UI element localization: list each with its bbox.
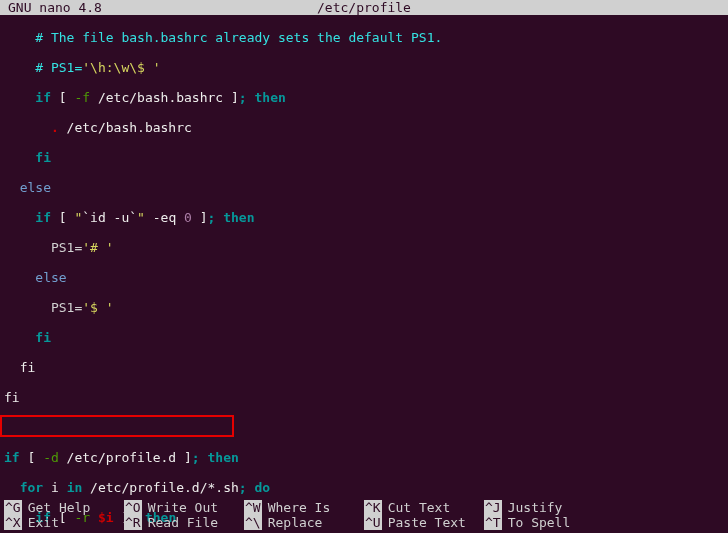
shortcut-replace[interactable]: ^\Replace bbox=[244, 515, 364, 530]
shortcut-cut-text[interactable]: ^KCut Text bbox=[364, 500, 484, 515]
code-line: if [ -d /etc/profile.d ]; then bbox=[4, 450, 724, 465]
code-line: fi bbox=[4, 150, 724, 165]
code-line: PS1='$ ' bbox=[4, 300, 724, 315]
shortcut-row: ^XExit ^RRead File ^\Replace ^UPaste Tex… bbox=[4, 515, 724, 530]
code-line bbox=[4, 420, 724, 435]
code-line: . /etc/bash.bashrc bbox=[4, 120, 724, 135]
code-line: fi bbox=[4, 330, 724, 345]
shortcut-write-out[interactable]: ^OWrite Out bbox=[124, 500, 244, 515]
shortcut-get-help[interactable]: ^GGet Help bbox=[4, 500, 124, 515]
shortcut-justify[interactable]: ^JJustify bbox=[484, 500, 604, 515]
code-line: fi bbox=[4, 390, 724, 405]
code-line: fi bbox=[4, 360, 724, 375]
code-line: # PS1='\h:\w\$ ' bbox=[4, 60, 724, 75]
shortcut-paste-text[interactable]: ^UPaste Text bbox=[364, 515, 484, 530]
code-line: if [ "`id -u`" -eq 0 ]; then bbox=[4, 210, 724, 225]
shortcut-exit[interactable]: ^XExit bbox=[4, 515, 124, 530]
shortcut-bar: ^GGet Help ^OWrite Out ^WWhere Is ^KCut … bbox=[4, 500, 724, 530]
shortcut-where-is[interactable]: ^WWhere Is bbox=[244, 500, 364, 515]
shortcut-read-file[interactable]: ^RRead File bbox=[124, 515, 244, 530]
editor-area[interactable]: # The file bash.bashrc already sets the … bbox=[0, 15, 728, 533]
file-path: /etc/profile bbox=[0, 0, 728, 15]
code-line: # The file bash.bashrc already sets the … bbox=[4, 30, 724, 45]
code-line: else bbox=[4, 270, 724, 285]
titlebar: GNU nano 4.8 /etc/profile bbox=[0, 0, 728, 15]
shortcut-to-spell[interactable]: ^TTo Spell bbox=[484, 515, 604, 530]
code-line: if [ -f /etc/bash.bashrc ]; then bbox=[4, 90, 724, 105]
code-line: for i in /etc/profile.d/*.sh; do bbox=[4, 480, 724, 495]
shortcut-row: ^GGet Help ^OWrite Out ^WWhere Is ^KCut … bbox=[4, 500, 724, 515]
code-line: PS1='# ' bbox=[4, 240, 724, 255]
code-line: else bbox=[4, 180, 724, 195]
